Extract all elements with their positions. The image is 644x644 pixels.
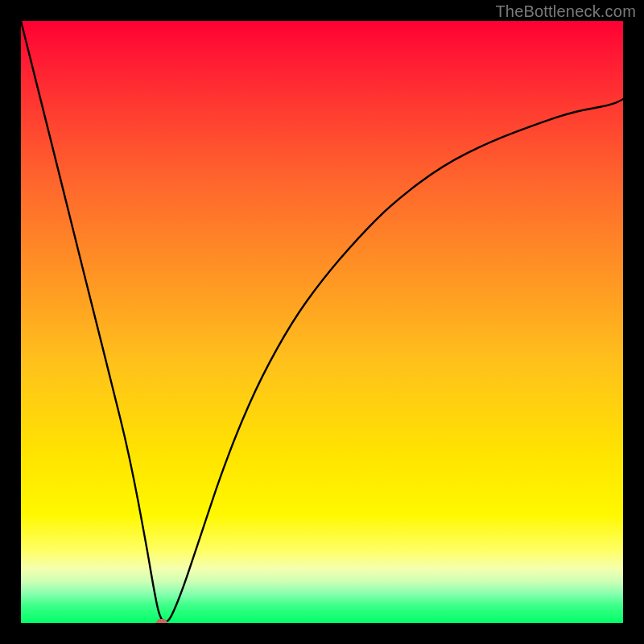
bottleneck-curve	[21, 21, 623, 623]
chart-frame: TheBottleneck.com	[0, 0, 644, 644]
optimal-point-marker	[156, 619, 167, 623]
plot-area	[21, 21, 623, 623]
watermark-text: TheBottleneck.com	[495, 2, 636, 21]
